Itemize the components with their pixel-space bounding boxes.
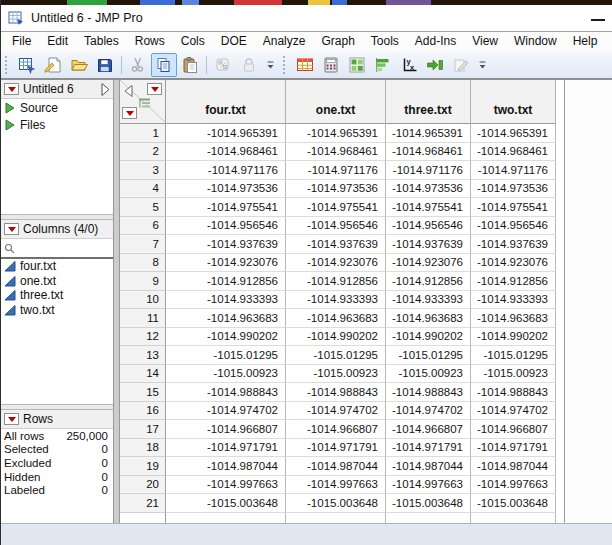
cell-one-txt-row-3[interactable]: -1014.971176 bbox=[286, 161, 386, 180]
open-file-button[interactable] bbox=[66, 53, 92, 77]
cell-two-txt-row-8[interactable]: -1014.923076 bbox=[471, 254, 556, 273]
cell-four-txt-row-18[interactable]: -1014.971791 bbox=[166, 439, 286, 458]
cell-four-txt-row-10[interactable]: -1014.933393 bbox=[166, 291, 286, 310]
row-number[interactable]: 13 bbox=[120, 346, 166, 365]
cell-four-txt-row-1[interactable]: -1014.965391 bbox=[166, 124, 286, 143]
row-number[interactable]: 2 bbox=[120, 143, 166, 162]
menu-item-cols[interactable]: Cols bbox=[173, 32, 213, 51]
columns-search-input[interactable] bbox=[1, 239, 113, 257]
row-number[interactable]: 8 bbox=[120, 254, 166, 273]
table-panel-item-source[interactable]: Source bbox=[1, 99, 113, 116]
menu-item-graph[interactable]: Graph bbox=[313, 32, 362, 51]
sidebar-splitter[interactable] bbox=[113, 80, 120, 523]
cell-one-txt-row-10[interactable]: -1014.933393 bbox=[286, 291, 386, 310]
row-number[interactable]: 4 bbox=[120, 180, 166, 199]
cell-three-txt-row-7[interactable]: -1014.937639 bbox=[386, 235, 471, 254]
data-table-button[interactable] bbox=[292, 53, 318, 77]
cell-one-txt-row-4[interactable]: -1014.973536 bbox=[286, 180, 386, 199]
menu-item-edit[interactable]: Edit bbox=[39, 32, 76, 51]
row-number[interactable]: 1 bbox=[120, 124, 166, 143]
cell-two-txt-row-10[interactable]: -1014.933393 bbox=[471, 291, 556, 310]
column-item-one-txt[interactable]: one.txt bbox=[1, 274, 113, 289]
row-number[interactable]: 7 bbox=[120, 235, 166, 254]
red-triangle-menu-icon[interactable] bbox=[4, 413, 19, 425]
cell-three-txt-row-17[interactable]: -1014.966807 bbox=[386, 420, 471, 439]
cell-four-txt-row-9[interactable]: -1014.912856 bbox=[166, 272, 286, 291]
row-number[interactable]: 10 bbox=[120, 291, 166, 310]
rows-stat-all-rows[interactable]: All rows250,000 bbox=[1, 429, 113, 443]
cell-two-txt-row-2[interactable]: -1014.968461 bbox=[471, 143, 556, 162]
cell-one-txt-row-14[interactable]: -1015.00923 bbox=[286, 365, 386, 384]
cell-one-txt-row-2[interactable]: -1014.968461 bbox=[286, 143, 386, 162]
row-number[interactable]: 5 bbox=[120, 198, 166, 217]
cell-three-txt-row-1[interactable]: -1014.965391 bbox=[386, 124, 471, 143]
cell-four-txt-row-8[interactable]: -1014.923076 bbox=[166, 254, 286, 273]
row-number[interactable]: 15 bbox=[120, 383, 166, 402]
minimize-button[interactable] bbox=[591, 19, 605, 21]
menu-item-window[interactable]: Window bbox=[506, 32, 565, 51]
cell-three-txt-row-10[interactable]: -1014.933393 bbox=[386, 291, 471, 310]
cell-one-txt-row-17[interactable]: -1014.966807 bbox=[286, 420, 386, 439]
cell-four-txt-row-12[interactable]: -1014.990202 bbox=[166, 328, 286, 347]
cell-one-txt-row-7[interactable]: -1014.937639 bbox=[286, 235, 386, 254]
menu-item-analyze[interactable]: Analyze bbox=[255, 32, 314, 51]
collapse-panel-icon[interactable] bbox=[124, 83, 133, 101]
cell-two-txt-row-1[interactable]: -1014.965391 bbox=[471, 124, 556, 143]
cell-one-txt-row-15[interactable]: -1014.988843 bbox=[286, 383, 386, 402]
row-number[interactable]: 9 bbox=[120, 272, 166, 291]
cell-three-txt-row-20[interactable]: -1014.997663 bbox=[386, 476, 471, 495]
cell-one-txt-row-20[interactable]: -1014.997663 bbox=[286, 476, 386, 495]
column-item-four-txt[interactable]: four.txt bbox=[1, 259, 113, 274]
column-item-two-txt[interactable]: two.txt bbox=[1, 303, 113, 318]
column-item-three-txt[interactable]: three.txt bbox=[1, 288, 113, 303]
rows-menu-icon[interactable] bbox=[122, 107, 137, 119]
cell-two-txt-row-14[interactable]: -1015.00923 bbox=[471, 365, 556, 384]
rows-stat-selected[interactable]: Selected0 bbox=[1, 443, 113, 457]
cell-three-txt-row-4[interactable]: -1014.973536 bbox=[386, 180, 471, 199]
cell-two-txt-row-16[interactable]: -1014.974702 bbox=[471, 402, 556, 421]
cell-one-txt-row-1[interactable]: -1014.965391 bbox=[286, 124, 386, 143]
rows-stat-labeled[interactable]: Labeled0 bbox=[1, 483, 113, 497]
paste-button[interactable] bbox=[177, 53, 203, 77]
menu-item-file[interactable]: File bbox=[4, 32, 39, 51]
cell-four-txt-row-17[interactable]: -1014.966807 bbox=[166, 420, 286, 439]
row-number[interactable]: 18 bbox=[120, 439, 166, 458]
row-number[interactable]: 3 bbox=[120, 161, 166, 180]
row-number[interactable]: 19 bbox=[120, 457, 166, 476]
cell-one-txt-row-5[interactable]: -1014.975541 bbox=[286, 198, 386, 217]
cell-two-txt-row-13[interactable]: -1015.01295 bbox=[471, 346, 556, 365]
cell-one-txt-row-18[interactable]: -1014.971791 bbox=[286, 439, 386, 458]
cell-two-txt-row-19[interactable]: -1014.987044 bbox=[471, 457, 556, 476]
menu-item-help[interactable]: Help bbox=[565, 32, 606, 51]
menu-item-view[interactable]: View bbox=[464, 32, 506, 51]
cell-three-txt-row-9[interactable]: -1014.912856 bbox=[386, 272, 471, 291]
disclosure-triangle-icon[interactable] bbox=[5, 119, 15, 131]
cell-three-txt-row-6[interactable]: -1014.956546 bbox=[386, 217, 471, 236]
row-number[interactable]: 6 bbox=[120, 217, 166, 236]
column-header-one-txt[interactable]: one.txt bbox=[286, 80, 386, 124]
cell-two-txt-row-5[interactable]: -1014.975541 bbox=[471, 198, 556, 217]
cell-two-txt-row-4[interactable]: -1014.973536 bbox=[471, 180, 556, 199]
cell-three-txt-row-8[interactable]: -1014.923076 bbox=[386, 254, 471, 273]
cell-four-txt-row-11[interactable]: -1014.963683 bbox=[166, 309, 286, 328]
row-number[interactable]: 14 bbox=[120, 365, 166, 384]
cell-three-txt-row-2[interactable]: -1014.968461 bbox=[386, 143, 471, 162]
table-panel-item-files[interactable]: Files bbox=[1, 116, 113, 133]
cell-one-txt-row-13[interactable]: -1015.01295 bbox=[286, 346, 386, 365]
menu-item-addins[interactable]: Add-Ins bbox=[407, 32, 464, 51]
row-number[interactable]: 16 bbox=[120, 402, 166, 421]
cell-one-txt-row-11[interactable]: -1014.963683 bbox=[286, 309, 386, 328]
cell-three-txt-row-3[interactable]: -1014.971176 bbox=[386, 161, 471, 180]
red-triangle-menu-icon[interactable] bbox=[4, 223, 19, 235]
cell-two-txt-row-17[interactable]: -1014.966807 bbox=[471, 420, 556, 439]
cell-one-txt-row-6[interactable]: -1014.956546 bbox=[286, 217, 386, 236]
cell-three-txt-row-12[interactable]: -1014.990202 bbox=[386, 328, 471, 347]
column-header-two-txt[interactable]: two.txt bbox=[471, 80, 556, 124]
row-number[interactable]: 21 bbox=[120, 494, 166, 513]
cell-one-txt-row-12[interactable]: -1014.990202 bbox=[286, 328, 386, 347]
join-button[interactable] bbox=[422, 53, 448, 77]
column-list-icon[interactable] bbox=[138, 95, 151, 113]
menu-item-tables[interactable]: Tables bbox=[76, 32, 127, 51]
tabulate-button[interactable] bbox=[344, 53, 370, 77]
cell-four-txt-row-14[interactable]: -1015.00923 bbox=[166, 365, 286, 384]
